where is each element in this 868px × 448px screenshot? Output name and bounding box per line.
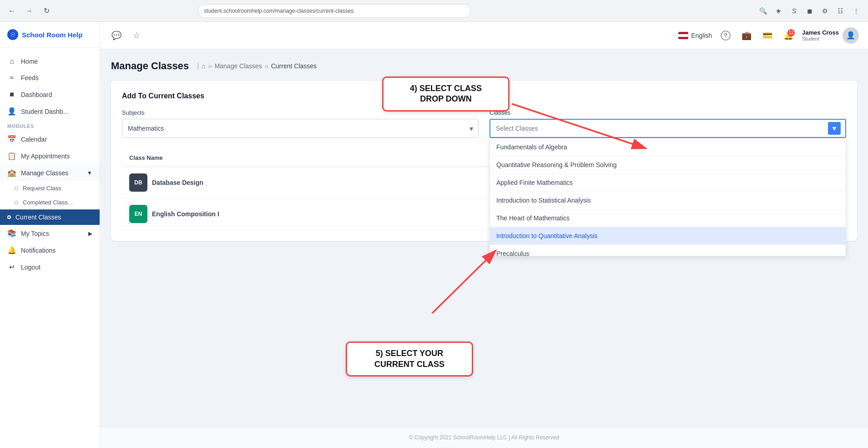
- home-icon: ⌂: [7, 57, 16, 66]
- sidebar-item-manage-classes[interactable]: 🏫 Manage Classes ▼: [0, 164, 100, 181]
- chat-button[interactable]: 💬: [109, 28, 124, 43]
- sidebar-item-home-label: Home: [21, 58, 38, 65]
- notification-badge: 12: [787, 29, 795, 36]
- user-profile[interactable]: James Cross Student 👤: [802, 27, 859, 44]
- main-content: Manage Classes | ⌂ » Manage Classes » Cu…: [100, 49, 868, 427]
- back-button[interactable]: ←: [5, 5, 18, 17]
- sidebar-completed-class-label: Completed Class...: [23, 199, 73, 206]
- sidebar-my-topics-label: My Topics: [21, 230, 49, 237]
- browser-menu-icon[interactable]: ⋮: [850, 5, 863, 17]
- manage-classes-icon: 🏫: [7, 168, 16, 177]
- help-button[interactable]: ?: [718, 28, 733, 43]
- dropdown-item-2[interactable]: Quantitative Reasoning & Problem Solving: [490, 156, 846, 174]
- browser-bookmark-icon[interactable]: ★: [772, 5, 785, 17]
- sidebar-notifications-label: Notifications: [21, 247, 56, 254]
- sidebar-item-my-topics[interactable]: 📚 My Topics ▶: [0, 225, 100, 242]
- sidebar-item-appointments[interactable]: 📋 My Appointments: [0, 148, 100, 164]
- browser-ext3-icon[interactable]: ⚙: [819, 5, 832, 17]
- dropdown-item-7[interactable]: Precalculus: [490, 245, 846, 256]
- user-avatar[interactable]: 👤: [843, 27, 859, 44]
- subjects-select[interactable]: Mathematics: [122, 119, 479, 138]
- sidebar-appointments-label: My Appointments: [21, 153, 70, 160]
- language-selector[interactable]: English: [678, 32, 712, 39]
- sidebar-logo[interactable]: ☉ School Room Help: [0, 22, 100, 48]
- card-icon: 💳: [762, 31, 772, 41]
- dropdown-item-3[interactable]: Applied Finite Mathematics: [490, 174, 846, 192]
- sidebar-item-calendar[interactable]: 📅 Calendar: [0, 131, 100, 148]
- subjects-form-group: Subjects Mathematics: [122, 109, 479, 138]
- dashboard-icon: ◾: [7, 90, 16, 99]
- footer-text: © Copyright 2021 SchoolRoomHelp LLC | Al…: [409, 434, 559, 441]
- browser-chrome: ← → ↻ student.schoolroomhelp.com/manage-…: [0, 0, 868, 22]
- sidebar-item-feeds[interactable]: ≈ Feeds: [0, 70, 100, 86]
- breadcrumb: Manage Classes | ⌂ » Manage Classes » Cu…: [111, 60, 857, 72]
- notification-button[interactable]: 🔔 12: [781, 28, 796, 43]
- dropdown-item-5[interactable]: The Heart of Mathematics: [490, 209, 846, 227]
- class-name-db: Database Design: [152, 179, 203, 186]
- breadcrumb-home-icon: ⌂: [202, 62, 205, 70]
- class-name-cell-db: DB Database Design: [129, 173, 535, 192]
- breadcrumb-manage-classes[interactable]: Manage Classes: [215, 62, 262, 70]
- sidebar-manage-classes-label: Manage Classes: [21, 169, 68, 177]
- annotation1-line1: 4) SELECT CLASS: [392, 83, 500, 94]
- my-topics-icon: 📚: [7, 229, 16, 238]
- sidebar-sub-completed-class[interactable]: Completed Class...: [0, 195, 100, 209]
- favorite-button[interactable]: ☆: [129, 28, 144, 43]
- sidebar-item-logout[interactable]: ↵ Logout: [0, 259, 100, 275]
- browser-action-icons: 🔍 ★ S ◼ ⚙ ☷ ⋮: [757, 5, 863, 17]
- sidebar-item-dashboard-label: Dashboard: [21, 91, 52, 98]
- class-icon-db: DB: [129, 173, 147, 192]
- subjects-select-wrapper: Mathematics: [122, 119, 479, 138]
- logo-icon: ☉: [7, 29, 18, 40]
- sidebar-item-student-dash[interactable]: 👤 Student Dashb...: [0, 103, 100, 120]
- sidebar-calendar-label: Calendar: [21, 136, 47, 143]
- breadcrumb-arrow2: »: [265, 62, 268, 70]
- dropdown-item-6[interactable]: Introduction to Quantitative Analysis: [490, 227, 846, 245]
- sidebar-item-student-label: Student Dashb...: [21, 108, 68, 115]
- col-class-name: Class Name: [122, 149, 542, 167]
- user-name: James Cross: [802, 29, 839, 36]
- sidebar-item-notifications[interactable]: 🔔 Notifications: [0, 242, 100, 259]
- breadcrumb-separator: |: [197, 62, 199, 70]
- us-flag-icon: [678, 32, 688, 39]
- form-row: Subjects Mathematics Classes ▼: [122, 109, 846, 138]
- sidebar-sub-current-classes[interactable]: Current Classes: [0, 209, 100, 225]
- language-label: English: [691, 32, 712, 39]
- sidebar-sub-request-class[interactable]: Request Class: [0, 181, 100, 195]
- annotation1-line2: DROP DOWN: [392, 94, 500, 104]
- card-button[interactable]: 💳: [760, 28, 775, 43]
- footer: © Copyright 2021 SchoolRoomHelp LLC | Al…: [100, 427, 868, 448]
- browser-ext2-icon[interactable]: ◼: [803, 5, 816, 17]
- sidebar-current-classes-label: Current Classes: [15, 214, 61, 221]
- browser-search-icon[interactable]: 🔍: [757, 5, 770, 17]
- svg-line-3: [432, 250, 496, 313]
- request-class-dot: [15, 187, 18, 190]
- notifications-icon: 🔔: [7, 246, 16, 255]
- app-layout: ☉ School Room Help ⌂ Home ≈ Feeds ◾ Dash…: [0, 22, 868, 448]
- classes-form-group: Classes ▼ Fundamentals of Algebra Quanti…: [490, 109, 846, 138]
- logout-icon: ↵: [7, 263, 16, 271]
- student-icon: 👤: [7, 107, 16, 116]
- classes-input[interactable]: [490, 119, 846, 138]
- manage-classes-chevron-icon: ▼: [87, 170, 92, 176]
- table-cell-class-db: DB Database Design: [122, 167, 542, 199]
- sidebar-item-dashboard[interactable]: ◾ Dashboard: [0, 86, 100, 103]
- classes-dropdown-chevron-icon[interactable]: ▼: [828, 122, 841, 135]
- browser-ext1-icon[interactable]: S: [788, 5, 801, 17]
- annotation2-line1: 5) SELECT YOUR: [355, 348, 464, 359]
- class-name-cell-en: EN English Composition I: [129, 205, 535, 223]
- dropdown-item-4[interactable]: Introduction to Statistical Analysis: [490, 192, 846, 209]
- sidebar-request-class-label: Request Class: [23, 185, 61, 192]
- refresh-button[interactable]: ↻: [40, 5, 53, 17]
- breadcrumb-arrow1: »: [208, 62, 212, 70]
- address-bar[interactable]: student.schoolroomhelp.com/manage-classe…: [198, 4, 471, 18]
- sidebar-item-home[interactable]: ⌂ Home: [0, 53, 100, 70]
- dropdown-item-1[interactable]: Fundamentals of Algebra: [490, 138, 846, 156]
- logo-text: School Room Help: [22, 31, 82, 39]
- browser-ext4-icon[interactable]: ☷: [834, 5, 847, 17]
- calendar-icon: 📅: [7, 135, 16, 143]
- briefcase-button[interactable]: 💼: [739, 28, 754, 43]
- class-icon-en: EN: [129, 205, 147, 223]
- forward-button[interactable]: →: [23, 5, 35, 17]
- breadcrumb-current-classes: Current Classes: [271, 62, 317, 70]
